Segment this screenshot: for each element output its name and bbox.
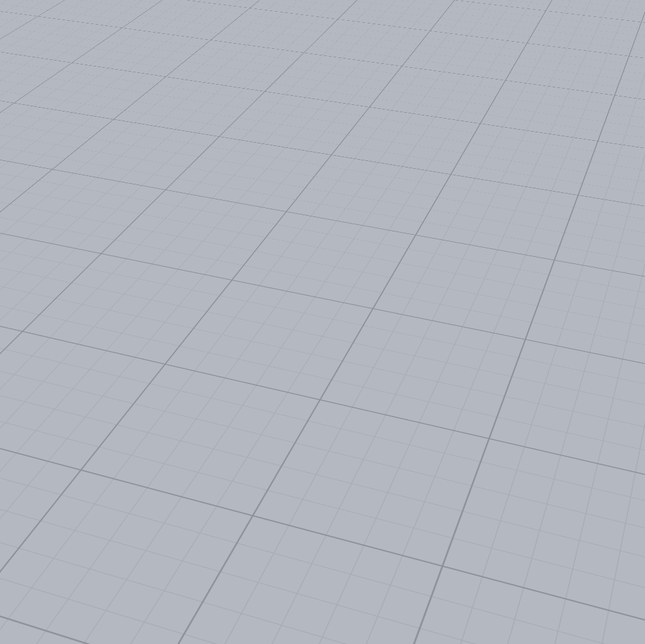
side-stone-accent	[98, 293, 115, 305]
signature-logo	[250, 368, 308, 438]
side-stone-accent	[90, 321, 106, 332]
side-stone-accent	[111, 267, 128, 281]
dim-thickness-label: 1.70	[400, 555, 430, 593]
dim-width-arrow-right	[320, 587, 339, 600]
model-scene: 13.00 13.20 1.70	[0, 0, 645, 644]
side-stone-accent	[85, 381, 100, 390]
shoulder-stone	[455, 388, 471, 404]
prong-left	[185, 135, 209, 215]
dim-height-arrow-bottom	[498, 570, 511, 589]
dim-height-label: 13.20	[479, 442, 537, 524]
shoulder-stone	[458, 407, 475, 424]
dim-thickness-leader-top	[438, 541, 441, 558]
dim-tick-mark	[346, 329, 363, 332]
dim-width-arrow-left	[70, 497, 89, 510]
dim-height-ext-bottom	[482, 599, 513, 607]
shoulder-stone	[427, 314, 441, 328]
cad-viewport[interactable]: 13.00 13.20 1.70	[0, 0, 645, 644]
shoulder-stone	[449, 369, 464, 385]
ring-model	[85, 61, 482, 554]
prong-top	[243, 61, 270, 151]
signature-swirl-icon	[250, 368, 308, 438]
dim-height-ext-top	[464, 368, 589, 400]
shoulder-stone	[462, 448, 477, 463]
prong-bottom	[309, 168, 334, 231]
shoulder-stone	[442, 350, 458, 366]
prong-right	[366, 94, 391, 173]
dim-thickness-leader-bottom	[429, 611, 432, 627]
shoulder-stone	[435, 332, 450, 347]
dim-thickness-arrow-top	[434, 561, 442, 573]
shoulder-stone	[460, 428, 476, 443]
dim-height-arrow-top	[562, 397, 576, 416]
shoulder-stone	[457, 473, 471, 487]
